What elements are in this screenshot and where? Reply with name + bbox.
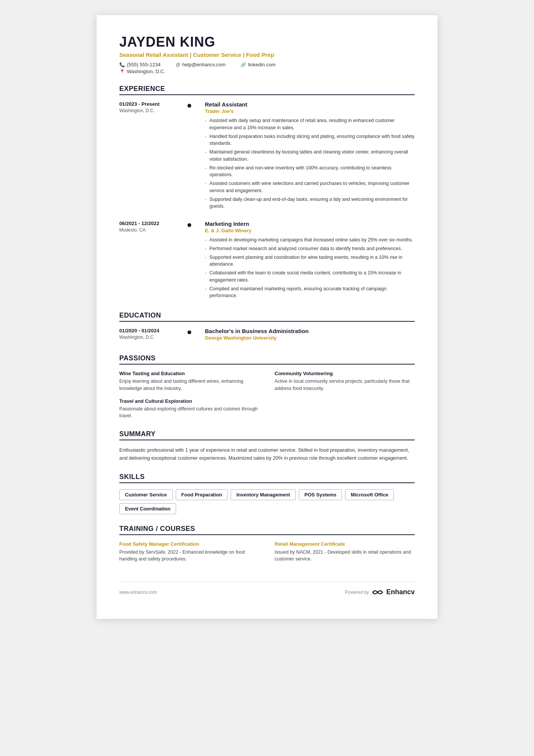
company-name-1: Trader Joe's (205, 108, 415, 114)
training-grid: Food Safety Manager Certification Provid… (119, 541, 415, 563)
passion-desc-3: Passionate about exploring different cul… (119, 405, 259, 420)
bullet-1-3: Maintained general cleanliness by bussin… (205, 149, 415, 163)
training-title-1: Food Safety Manager Certification (119, 541, 259, 547)
passion-title-1: Wine Tasting and Education (119, 371, 259, 376)
training-title: TRAINING / COURSES (119, 525, 415, 535)
training-desc-2: Issued by NACM, 2021 - Developed skills … (275, 549, 415, 563)
bullet-1-6: Supported daily clean-up and end-of-day … (205, 196, 415, 210)
powered-by-text: Powered by (345, 590, 369, 595)
passion-desc-1: Enjoy learning about and tasting differe… (119, 378, 259, 392)
passion-item-1: Wine Tasting and Education Enjoy learnin… (119, 371, 259, 392)
linkedin-url: linkedin.com (248, 62, 275, 67)
skill-tag-6: Event Coordination (119, 503, 176, 514)
phone-icon: 📞 (119, 62, 125, 67)
passion-item-3: Travel and Cultural Exploration Passiona… (119, 398, 259, 420)
timeline-dot-2 (187, 223, 191, 227)
bullet-1-2: Handled food preparation tasks including… (205, 133, 415, 147)
summary-text: Enthusiastic professional with 1 year of… (119, 446, 415, 462)
email-address: help@enhancv.com (182, 62, 225, 67)
entry-left-1: 01/2023 - Present Washington, D.C. (119, 101, 180, 211)
bullet-1-1: Assisted with daily setup and maintenanc… (205, 117, 415, 131)
footer: www.enhancv.com Powered by Enhancv (119, 582, 415, 596)
bullet-2-2: Performed market research and analyzed c… (205, 245, 415, 252)
summary-section: SUMMARY Enthusiastic professional with 1… (119, 430, 415, 462)
training-desc-1: Provided by ServSafe, 2022 - Enhanced kn… (119, 549, 259, 563)
edu-date-1: 01/2020 - 01/2024 (119, 328, 180, 333)
edu-location-1: Washington, D.C. (119, 335, 180, 340)
summary-title: SUMMARY (119, 430, 415, 440)
edu-dot-1 (187, 330, 191, 334)
passions-section: PASSIONS Wine Tasting and Education Enjo… (119, 354, 415, 419)
linkedin-icon: 🔗 (240, 62, 246, 67)
education-title: EDUCATION (119, 311, 415, 322)
edu-right-1: Bachelor's in Business Administration Ge… (205, 328, 415, 344)
edu-left-1: 01/2020 - 01/2024 Washington, D.C. (119, 328, 180, 344)
location-contact: 📍 Washington, D.C. (119, 69, 165, 74)
passion-title-3: Travel and Cultural Exploration (119, 398, 259, 404)
edu-institution-1: George Washington University (205, 335, 415, 341)
experience-title: EXPERIENCE (119, 85, 415, 95)
entry-date-1: 01/2023 - Present (119, 101, 180, 107)
bullet-1-5: Assisted customers with wine selections … (205, 180, 415, 194)
timeline-dot-1 (187, 104, 191, 108)
experience-entry-2: 06/2021 - 12/2022 Modesto, CA Marketing … (119, 221, 415, 301)
passions-grid: Wine Tasting and Education Enjoy learnin… (119, 371, 415, 419)
candidate-name: JAYDEN KING (119, 34, 415, 50)
edu-divider-1 (187, 328, 197, 344)
address-line: 📍 Washington, D.C. (119, 69, 415, 74)
entry-divider-1 (187, 101, 197, 211)
training-item-2: Retail Management Certificate Issued by … (275, 541, 415, 563)
education-entry-1: 01/2020 - 01/2024 Washington, D.C. Bache… (119, 328, 415, 344)
resume-page: JAYDEN KING Seasonal Retail Assistant | … (97, 15, 437, 619)
entry-right-2: Marketing Intern E. & J. Gallo Winery As… (205, 221, 415, 301)
phone-contact: 📞 (555) 555-1234 (119, 62, 161, 67)
company-name-2: E. & J. Gallo Winery (205, 228, 415, 233)
skills-section: SKILLS Customer Service Food Preparation… (119, 473, 415, 514)
bullet-list-2: Assisted in developing marketing campaig… (205, 236, 415, 299)
location-text: Washington, D.C. (127, 69, 165, 74)
experience-entry-1: 01/2023 - Present Washington, D.C. Retai… (119, 101, 415, 211)
bullet-2-3: Supported event planning and coordinatio… (205, 254, 415, 268)
passion-desc-2: Active in local community service projec… (275, 378, 415, 392)
entry-divider-2 (187, 221, 197, 301)
bullet-2-4: Collaborated with the team to create soc… (205, 269, 415, 284)
passion-title-2: Community Volunteering (275, 371, 415, 376)
training-section: TRAINING / COURSES Food Safety Manager C… (119, 525, 415, 563)
linkedin-contact: 🔗 linkedin.com (240, 62, 275, 67)
location-icon: 📍 (119, 69, 125, 74)
entry-location-1: Washington, D.C. (119, 108, 180, 113)
bullet-list-1: Assisted with daily setup and maintenanc… (205, 117, 415, 210)
entry-date-2: 06/2021 - 12/2022 (119, 221, 180, 226)
bullet-2-5: Compiled and maintained marketing report… (205, 285, 415, 300)
enhancv-brand: Enhancv (386, 588, 415, 596)
job-title-1: Retail Assistant (205, 101, 415, 108)
passions-title: PASSIONS (119, 354, 415, 365)
edu-degree-1: Bachelor's in Business Administration (205, 328, 415, 334)
email-contact: @ help@enhancv.com (176, 62, 225, 67)
training-item-1: Food Safety Manager Certification Provid… (119, 541, 259, 563)
email-icon: @ (176, 62, 180, 67)
skills-container: Customer Service Food Preparation Invent… (119, 489, 415, 514)
training-title-2: Retail Management Certificate (275, 541, 415, 547)
education-section: EDUCATION 01/2020 - 01/2024 Washington, … (119, 311, 415, 344)
skill-tag-4: POS Systems (299, 489, 342, 500)
skill-tag-1: Customer Service (119, 489, 173, 500)
skill-tag-5: Microsoft Office (345, 489, 394, 500)
candidate-title: Seasonal Retail Assistant | Customer Ser… (119, 52, 415, 58)
entry-right-1: Retail Assistant Trader Joe's Assisted w… (205, 101, 415, 211)
job-title-2: Marketing Intern (205, 221, 415, 227)
entry-location-2: Modesto, CA (119, 227, 180, 233)
skill-tag-2: Food Preparation (176, 489, 228, 500)
footer-website: www.enhancv.com (119, 590, 157, 595)
contact-line: 📞 (555) 555-1234 @ help@enhancv.com 🔗 li… (119, 62, 415, 67)
header: JAYDEN KING Seasonal Retail Assistant | … (119, 34, 415, 74)
enhancv-logo-icon (372, 589, 383, 596)
skills-title: SKILLS (119, 473, 415, 483)
bullet-1-4: Re-stocked wine and non-wine inventory w… (205, 164, 415, 179)
footer-right: Powered by Enhancv (345, 588, 415, 596)
skill-tag-3: Inventory Management (231, 489, 296, 500)
passion-item-2: Community Volunteering Active in local c… (275, 371, 415, 392)
entry-left-2: 06/2021 - 12/2022 Modesto, CA (119, 221, 180, 301)
bullet-2-1: Assisted in developing marketing campaig… (205, 236, 415, 244)
experience-section: EXPERIENCE 01/2023 - Present Washington,… (119, 85, 415, 301)
